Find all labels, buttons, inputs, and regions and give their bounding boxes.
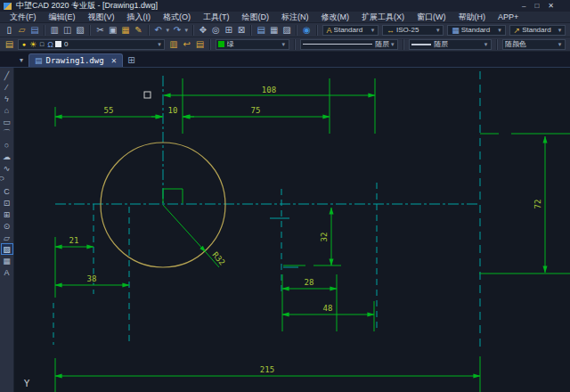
maximize-button[interactable]: □ [534, 3, 539, 10]
new-drawing-tab-button[interactable]: ⊞ [123, 55, 139, 67]
zoom-window-icon[interactable]: ⊞ [222, 24, 234, 36]
toolbar-separator [148, 25, 150, 36]
minimize-button[interactable]: – [522, 3, 525, 10]
make-block-icon[interactable]: ⊞ [1, 208, 13, 220]
plot-style-combo[interactable]: 随颜色 ▾ [502, 39, 566, 50]
layer-states-icon[interactable]: ▤ [193, 38, 207, 50]
polyline-icon[interactable]: ϟ [1, 93, 13, 104]
chevron-down-icon[interactable]: ▾ [435, 27, 441, 34]
print-icon[interactable]: ▥ [48, 24, 61, 36]
zoom-previous-icon[interactable]: ⊠ [235, 24, 248, 36]
chevron-down-icon[interactable]: ▾ [557, 41, 563, 48]
table-icon[interactable]: ▦ [1, 255, 13, 266]
linetype-combo[interactable]: 随层 ▾ [300, 39, 398, 50]
chevron-down-icon[interactable]: ▾ [281, 41, 287, 48]
menu-window[interactable]: 窗口(W) [411, 12, 452, 23]
tab-close-icon[interactable]: ✕ [111, 57, 118, 65]
help-icon[interactable]: ◉ [300, 24, 313, 36]
match-properties-icon[interactable]: ✎ [132, 24, 144, 36]
menu-draw[interactable]: 绘图(D) [236, 12, 276, 23]
chevron-down-icon[interactable]: ▾ [370, 27, 376, 34]
layer-previous-icon[interactable]: ↩ [180, 38, 193, 50]
design-center-icon[interactable]: ▨ [281, 24, 293, 36]
mtext-icon[interactable]: A [1, 266, 13, 278]
ellipse-arc-icon[interactable]: C [1, 185, 13, 197]
make-layer-current-icon[interactable]: ▥ [167, 38, 180, 50]
pan-icon[interactable]: ✥ [197, 24, 209, 36]
menu-app-plus[interactable]: APP+ [492, 12, 525, 21]
drawing-viewport[interactable]: 108 55 10 75 21 38 28 48 215 32 72 R32 Y [14, 68, 570, 392]
print-preview-icon[interactable]: ◫ [61, 24, 73, 36]
menu-help[interactable]: 帮助(H) [452, 12, 493, 23]
menu-insert[interactable]: 插入(I) [121, 12, 158, 23]
save-icon[interactable]: ▤ [28, 24, 41, 36]
close-button[interactable]: ✕ [548, 3, 554, 10]
chevron-down-icon[interactable]: ▾ [497, 27, 503, 34]
menu-tools[interactable]: 工具(T) [197, 12, 236, 23]
chevron-down-icon[interactable]: ▾ [156, 41, 162, 48]
feature-lines[interactable] [55, 78, 570, 392]
menu-dimension[interactable]: 标注(N) [275, 12, 315, 23]
properties-icon[interactable]: ▤ [255, 24, 267, 36]
tab-drawing1[interactable]: ▤ Drawing1.dwg ✕ [28, 53, 123, 67]
centerlines[interactable] [53, 71, 480, 347]
point-icon[interactable]: ⊙ [1, 220, 13, 232]
tool-palette-icon[interactable]: ▦ [268, 24, 281, 36]
layer-lock-icon[interactable]: Ω [47, 40, 53, 49]
menu-view[interactable]: 视图(V) [82, 12, 121, 23]
paste-icon[interactable]: ▦ [119, 24, 132, 36]
revision-cloud-icon[interactable]: ☁ [1, 151, 13, 162]
hatch-icon[interactable]: ▨ [1, 243, 13, 255]
construction-line-icon[interactable]: ∕ [1, 81, 13, 93]
undo-dropdown-caret[interactable]: ▾ [165, 27, 171, 34]
new-file-icon[interactable]: ▯ [3, 24, 15, 36]
menu-edit[interactable]: 编辑(E) [43, 12, 82, 23]
mleader-style-icon: ↗ [514, 26, 521, 35]
lineweight-combo[interactable]: 随层 ▾ [409, 39, 492, 50]
rectangle-icon[interactable]: ▭ [1, 116, 13, 127]
mleader-style-combo[interactable]: ↗ Standard ▾ [509, 25, 566, 36]
arc-icon[interactable]: ⌒ [1, 127, 13, 139]
layer-freeze-icon[interactable]: ☀ [29, 40, 37, 49]
dim-28: 28 [305, 278, 314, 287]
cut-icon[interactable]: ✂ [94, 24, 106, 36]
insert-block-icon[interactable]: ⊡ [1, 197, 13, 208]
open-file-icon[interactable]: ▱ [15, 24, 28, 36]
menu-express-tools[interactable]: 扩展工具(X) [355, 12, 411, 23]
dim-r32: R32 [210, 250, 226, 267]
zoom-realtime-icon[interactable]: ◎ [209, 24, 222, 36]
layer-manager-icon[interactable]: ▤ [3, 38, 16, 50]
layer-combo[interactable]: ● ☀ □ Ω 0 ▾ [18, 39, 166, 50]
line-icon[interactable]: ╱ [1, 69, 13, 81]
menu-modify[interactable]: 修改(M) [315, 12, 356, 23]
dimension-lines[interactable] [55, 95, 545, 376]
chevron-down-icon[interactable]: ▾ [389, 41, 395, 48]
color-combo[interactable]: 绿 ▾ [216, 39, 289, 50]
chevron-down-icon[interactable]: ▾ [557, 27, 563, 34]
copy-icon[interactable]: ▣ [107, 24, 119, 36]
circle-icon[interactable]: ○ [1, 139, 13, 151]
dim-style-value: ISO-25 [396, 26, 435, 34]
toolbar-separator [44, 25, 45, 36]
undo-icon[interactable]: ↶ [152, 24, 165, 36]
region-icon[interactable]: ▱ [1, 232, 13, 243]
layer-on-icon[interactable]: ● [22, 41, 26, 47]
lineweight-sample [411, 44, 431, 45]
redo-dropdown-caret[interactable]: ▾ [183, 27, 190, 34]
drawing-canvas[interactable]: 108 55 10 75 21 38 28 48 215 32 72 R32 Y [14, 68, 570, 392]
table-style-combo[interactable]: ▦ Standard ▾ [447, 25, 505, 36]
ellipse-icon[interactable]: ○ [0, 174, 16, 185]
menu-file[interactable]: 文件(F) [4, 12, 43, 23]
polygon-icon[interactable]: ⌂ [1, 104, 13, 116]
text-style-combo[interactable]: A Standard ▾ [322, 25, 379, 36]
menu-format[interactable]: 格式(O) [157, 12, 197, 23]
dim-21: 21 [69, 236, 79, 245]
layer-name: 0 [64, 40, 156, 48]
chevron-down-icon[interactable]: ▾ [483, 41, 489, 48]
layer-plot-icon[interactable]: □ [40, 41, 44, 47]
tab-list-caret[interactable]: ▾ [0, 56, 28, 67]
spline-icon[interactable]: ∿ [1, 162, 13, 174]
publish-icon[interactable]: ▧ [74, 24, 86, 36]
dim-style-combo[interactable]: ↔ ISO-25 ▾ [382, 25, 444, 36]
redo-icon[interactable]: ↷ [171, 24, 183, 36]
